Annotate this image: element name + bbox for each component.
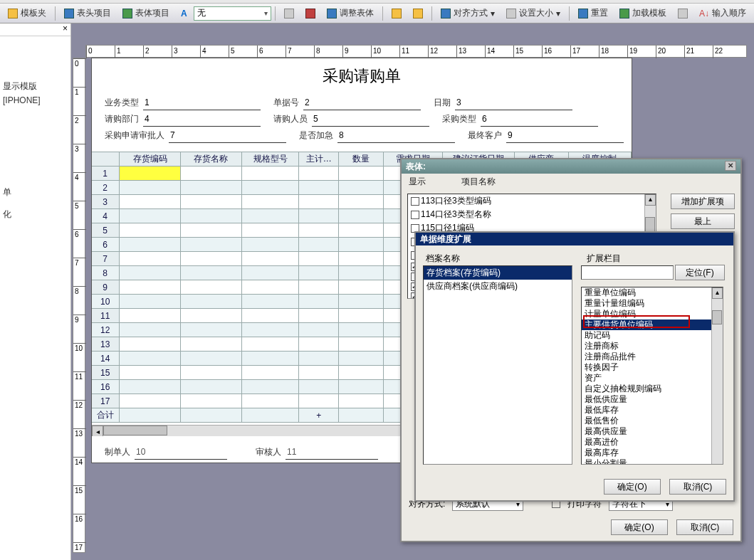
panel2-list-right[interactable]: 重量单位编码重量计量组编码计量单位编码主要供货单位编码助记码注册商标注册商品批件… — [581, 287, 723, 465]
tree-node-1[interactable]: 单 — [0, 185, 70, 200]
font-select[interactable]: 无 — [194, 6, 271, 21]
align-button[interactable]: 对齐方式 ▾ — [436, 6, 500, 21]
templates-button[interactable]: 模板夹 — [3, 6, 51, 21]
dimension-ext-panel: 单据维度扩展 档案名称 扩展栏目 存货档案(存货编码)供应商档案(供应商编码) … — [414, 231, 735, 502]
vertical-ruler: 0123456789101112131415161718 — [73, 58, 85, 553]
tool-del[interactable] — [300, 6, 320, 21]
reset-icon — [578, 9, 588, 19]
panel1-close-icon[interactable]: ✕ — [725, 161, 736, 171]
locate-button[interactable]: 定位(F) — [675, 265, 725, 280]
load-template-button[interactable]: 加载模板 — [614, 6, 671, 21]
panel1-title: 表体: — [406, 161, 426, 172]
del-icon — [305, 9, 315, 19]
adjust-body-button[interactable]: 调整表体 — [322, 6, 379, 21]
panel1-ok-button[interactable]: 确定(O) — [611, 519, 668, 535]
header-icon — [64, 9, 74, 19]
input-order-button[interactable]: A↓输入顺序 — [694, 6, 751, 21]
paste-icon — [413, 9, 423, 19]
doc-title: 采购请购单 — [92, 58, 632, 91]
lock-icon — [678, 9, 688, 19]
panel2-title: 单据维度扩展 — [416, 233, 733, 245]
folder-icon — [8, 9, 18, 19]
reset-button[interactable]: 重置 — [573, 6, 613, 21]
panel2-list-left[interactable]: 存货档案(存货编码)供应商档案(供应商编码) — [423, 265, 572, 465]
add-ext-button[interactable]: 增加扩展项 — [671, 194, 735, 209]
left-tree-panel: × 显示模版 [IPHONE] 单 化 — [0, 23, 71, 560]
tree-node-showtpl[interactable]: 显示模版 — [0, 79, 70, 94]
copy-icon — [392, 9, 402, 19]
tree-node-iphone[interactable]: [IPHONE] — [0, 94, 70, 107]
header-items-button[interactable]: 表头项目 — [59, 6, 116, 21]
top-button[interactable]: 最上 — [671, 213, 735, 229]
tool-copy[interactable] — [387, 6, 407, 21]
horizontal-ruler: 012345678910111213141516171819202122 — [85, 45, 747, 58]
panel2-search-input[interactable] — [581, 265, 674, 280]
panel2-vscroll[interactable]: ▴ — [711, 287, 723, 464]
body-icon — [122, 9, 132, 19]
body-items-button[interactable]: 表体项目 — [117, 6, 174, 21]
tool-cut[interactable] — [279, 6, 299, 21]
panel1-cancel-button[interactable]: 取消(C) — [676, 519, 733, 535]
panel2-ok-button[interactable]: 确定(O) — [604, 479, 661, 495]
load-icon — [619, 9, 629, 19]
panel-close-icon[interactable]: × — [63, 23, 68, 36]
size-icon — [506, 9, 516, 19]
setsize-button[interactable]: 设置大小 ▾ — [501, 6, 565, 21]
tree-node-2[interactable]: 化 — [0, 207, 70, 222]
tool-paste[interactable] — [408, 6, 428, 21]
adjust-icon — [327, 9, 337, 19]
panel2-label-extcol: 扩展栏目 — [587, 253, 621, 265]
panel2-cancel-button[interactable]: 取消(C) — [669, 479, 726, 495]
toolbar: 模板夹 表头项目 表体项目 A 无 调整表体 对齐方式 ▾ 设置大小 ▾ 重置 … — [0, 4, 754, 23]
tool-lock[interactable] — [673, 6, 693, 21]
font-a-button[interactable]: A — [176, 6, 192, 21]
panel2-label-filename: 档案名称 — [426, 253, 460, 265]
cut-icon — [284, 9, 294, 19]
align-icon — [441, 9, 451, 19]
